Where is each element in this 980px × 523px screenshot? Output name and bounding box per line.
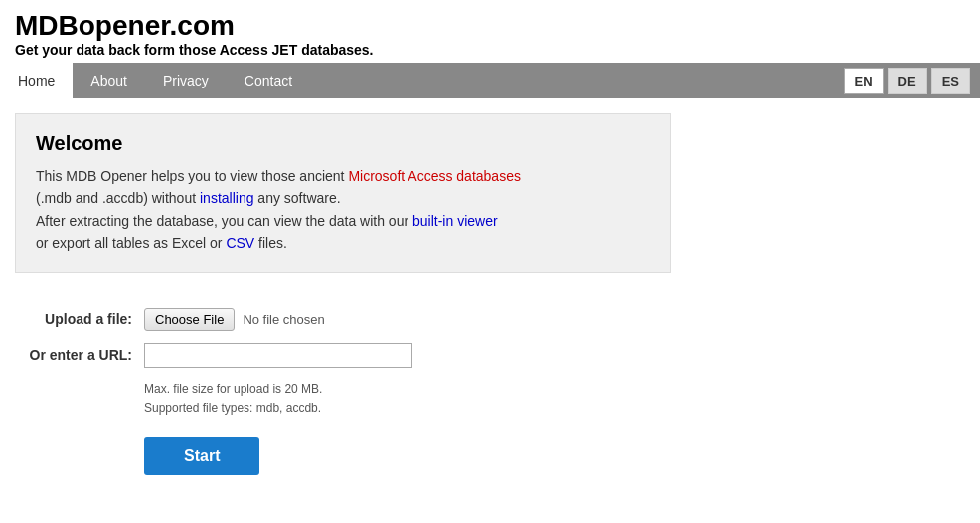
- upload-section: Upload a file: Choose File No file chose…: [15, 298, 965, 475]
- nav-privacy[interactable]: Privacy: [145, 63, 227, 98]
- highlight-csv: CSV: [226, 235, 254, 251]
- file-hint: Max. file size for upload is 20 MB. Supp…: [144, 380, 965, 418]
- site-subtitle: Get your data back form those Access JET…: [15, 42, 965, 58]
- no-file-label: No file chosen: [243, 312, 324, 327]
- url-input[interactable]: [144, 343, 412, 368]
- nav-about[interactable]: About: [73, 63, 145, 98]
- welcome-heading: Welcome: [36, 132, 650, 155]
- highlight-installing: installing: [200, 190, 253, 206]
- lang-en[interactable]: EN: [844, 68, 884, 94]
- nav-home[interactable]: Home: [0, 63, 73, 98]
- welcome-box: Welcome This MDB Opener helps you to vie…: [15, 113, 671, 273]
- url-input-area: [144, 343, 412, 368]
- welcome-text: This MDB Opener helps you to view those …: [36, 165, 650, 255]
- upload-file-row: Upload a file: Choose File No file chose…: [15, 308, 965, 331]
- site-header: MDBopener.com Get your data back form th…: [0, 0, 980, 63]
- highlight-access: Microsoft Access databases: [348, 168, 521, 184]
- hint-size: Max. file size for upload is 20 MB.: [144, 380, 965, 399]
- file-input-area: Choose File No file chosen: [144, 308, 325, 331]
- navbar: Home About Privacy Contact EN DE ES: [0, 63, 980, 98]
- url-row: Or enter a URL:: [15, 343, 965, 368]
- url-label: Or enter a URL:: [15, 347, 144, 363]
- lang-de[interactable]: DE: [888, 68, 927, 94]
- site-title: MDBopener.com: [15, 10, 965, 42]
- start-button[interactable]: Start: [144, 437, 259, 475]
- highlight-builtin: built-in viewer: [412, 213, 498, 229]
- nav-contact[interactable]: Contact: [227, 63, 310, 98]
- language-selector: EN DE ES: [844, 68, 980, 94]
- hint-types: Supported file types: mdb, accdb.: [144, 399, 965, 418]
- lang-es[interactable]: ES: [931, 68, 970, 94]
- main-content: Welcome This MDB Opener helps you to vie…: [0, 98, 980, 490]
- upload-label: Upload a file:: [15, 311, 144, 327]
- choose-file-button[interactable]: Choose File: [144, 308, 235, 331]
